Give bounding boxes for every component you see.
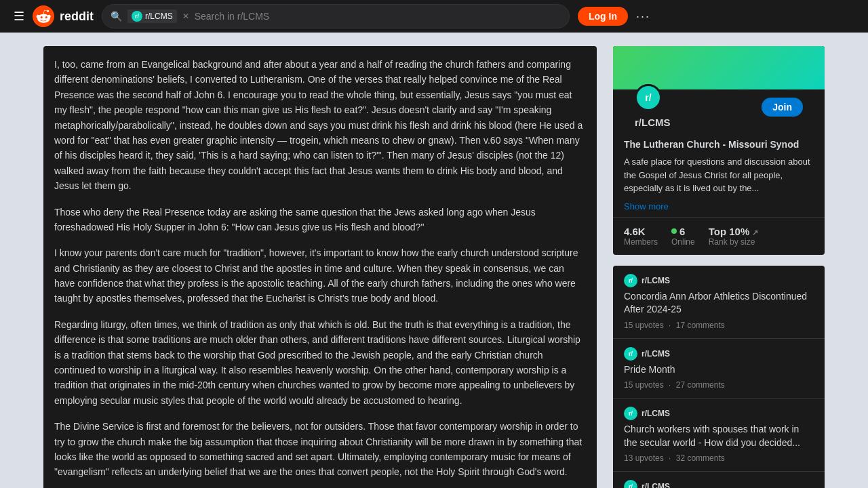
clear-subreddit-tag-button[interactable]: ✕ [182,12,189,21]
related-post-1-separator: · [669,321,671,330]
search-icon: 🔍 [111,11,122,22]
search-bar[interactable]: 🔍 r/ r/LCMS ✕ [102,4,570,28]
subreddit-search-tag: r/ r/LCMS [127,9,177,23]
related-post-1-comments: 17 comments [676,321,725,330]
post-content: I, too, came from an Evangelical backgro… [43,46,597,488]
related-posts-list: r/ r/LCMS Concordia Ann Arbor Athletics … [613,266,825,489]
related-post-1-title: Concordia Ann Arbor Athletics Discontinu… [624,290,814,317]
post-paragraph-1: I, too, came from an Evangelical backgro… [54,57,586,194]
related-post-4[interactable]: r/ r/LCMS Do Confessional Lutherans have… [613,472,825,488]
reddit-logo-icon [33,5,54,27]
rank-external-icon: ↗ [752,228,758,237]
join-community-button[interactable]: Join [762,98,803,117]
online-count: 6 [671,226,695,237]
community-icon: r/ [635,84,662,111]
online-indicator-dot [671,228,677,234]
related-post-3-meta: r/ r/LCMS [624,407,814,420]
related-post-4-subreddit: r/LCMS [642,482,670,488]
post-paragraph-3: I know your parents don't care much for … [54,245,586,306]
related-post-2-upvotes: 15 upvotes [624,380,664,390]
rank-value: Top 10% ↗ [709,226,759,237]
related-post-2-title: Pride Month [624,363,814,377]
sidebar: r/ r/LCMS Join The Lutheran Church - Mis… [613,46,825,488]
related-post-1-subreddit: r/LCMS [642,276,670,285]
main-layout: I, too, came from an Evangelical backgro… [27,33,841,488]
related-post-1[interactable]: r/ r/LCMS Concordia Ann Arbor Athletics … [613,266,825,339]
community-header: r/ r/LCMS Join [624,89,814,139]
community-description: A safe place for questions and discussio… [624,155,814,195]
subreddit-tag-icon: r/ [132,11,142,22]
subreddit-avatar-2: r/ [624,347,637,361]
online-stat: 6 Online [671,226,695,247]
community-stats: 4.6K Members 6 Online Top 10% ↗ Rank by [613,217,825,255]
hamburger-menu[interactable]: ☰ [14,9,24,24]
community-name[interactable]: r/LCMS [635,117,671,128]
related-post-2-stats: 15 upvotes · 27 comments [624,380,814,390]
reddit-brand-text: reddit [60,9,94,24]
related-post-2-comments: 27 comments [676,380,725,390]
related-post-1-meta: r/ r/LCMS [624,274,814,287]
related-post-2-subreddit: r/LCMS [642,349,670,359]
subreddit-tag-label: r/LCMS [145,12,173,21]
community-full-name: The Lutheran Church - Missouri Synod [624,139,814,150]
reddit-logo-area[interactable]: reddit [33,5,94,27]
post-paragraph-4: Regarding liturgy, often times, we think… [54,317,586,408]
related-post-3-comments: 32 comments [676,453,725,463]
subreddit-avatar-4: r/ [624,480,637,488]
online-label: Online [671,237,695,247]
rank-label: Rank by size [709,237,759,247]
related-post-2[interactable]: r/ r/LCMS Pride Month 15 upvotes · 27 co… [613,339,825,399]
search-input[interactable] [195,11,561,22]
members-count: 4.6K [624,226,658,237]
show-more-link[interactable]: Show more [624,201,669,211]
related-post-3-upvotes: 13 upvotes [624,453,664,463]
related-post-3-subreddit: r/LCMS [642,409,670,418]
members-stat: 4.6K Members [624,226,658,247]
rank-stat: Top 10% ↗ Rank by size [709,226,759,247]
members-label: Members [624,237,658,247]
related-post-2-meta: r/ r/LCMS [624,347,814,361]
related-post-4-meta: r/ r/LCMS [624,480,814,488]
related-post-3-title: Church workers with spouses that work in… [624,423,814,449]
related-post-2-separator: · [669,380,671,390]
community-banner [613,46,825,89]
post-paragraph-5: The Divine Service is first and foremost… [54,419,586,480]
subreddit-avatar-3: r/ [624,407,637,420]
more-options-button[interactable]: ··· [636,9,650,24]
related-post-3[interactable]: r/ r/LCMS Church workers with spouses th… [613,399,825,472]
related-post-3-separator: · [669,453,671,463]
login-button[interactable]: Log In [578,7,628,26]
community-title-area: r/ r/LCMS [635,98,671,131]
hamburger-icon: ☰ [14,9,24,24]
related-post-1-stats: 15 upvotes · 17 comments [624,321,814,330]
subreddit-avatar-1: r/ [624,274,637,287]
header: ☰ reddit 🔍 r/ r/LCMS ✕ Log In ··· [0,0,868,33]
related-post-3-stats: 13 upvotes · 32 comments [624,453,814,463]
post-paragraph-2: Those who deny the Real Presence today a… [54,205,586,235]
related-post-1-upvotes: 15 upvotes [624,321,664,330]
community-card: r/ r/LCMS Join The Lutheran Church - Mis… [613,46,825,255]
